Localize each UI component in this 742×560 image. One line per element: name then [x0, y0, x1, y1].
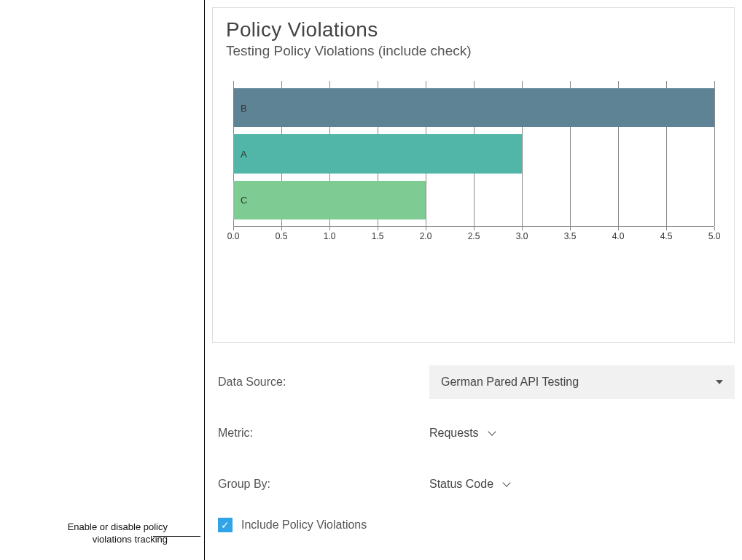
metric-select[interactable]: Requests — [429, 427, 495, 440]
xtick-mark — [618, 227, 619, 230]
controls-section: Data Source: German Pared API Testing Me… — [218, 365, 735, 532]
xtick-mark — [714, 227, 715, 230]
xtick-mark — [474, 227, 475, 230]
settings-panel: Policy Violations Testing Policy Violati… — [204, 0, 742, 560]
data-source-value: German Pared API Testing — [441, 376, 579, 389]
xtick-label: 4.5 — [660, 231, 673, 241]
xtick-mark — [378, 227, 378, 230]
group-by-select[interactable]: Status Code — [429, 478, 509, 491]
bar-row: A — [233, 134, 714, 173]
xtick-mark — [281, 227, 282, 230]
bar-category-label: B — [241, 102, 247, 113]
xtick-label: 5.0 — [708, 231, 721, 241]
chart-plot-area: BAC 0.00.51.01.52.02.53.03.54.04.55.0 — [233, 81, 714, 227]
bar-row: B — [233, 88, 714, 127]
gridline — [714, 81, 715, 226]
check-icon: ✓ — [221, 519, 230, 531]
xtick-label: 3.0 — [516, 231, 528, 241]
bar-category-label: A — [241, 148, 247, 159]
xtick-label: 1.0 — [324, 231, 336, 241]
chart-card: Policy Violations Testing Policy Violati… — [212, 7, 735, 343]
xtick-label: 0.0 — [227, 231, 240, 241]
xtick-mark — [329, 227, 330, 230]
xtick-label: 2.0 — [420, 231, 432, 241]
xtick-mark — [666, 227, 667, 230]
data-source-row: Data Source: German Pared API Testing — [218, 365, 735, 400]
xtick-mark — [426, 227, 426, 230]
bar-row: C — [233, 181, 714, 219]
bar[interactable] — [233, 134, 522, 173]
plot-inner: BAC — [233, 81, 714, 227]
xtick-label: 0.5 — [276, 231, 288, 241]
chevron-down-icon — [502, 478, 510, 486]
callout-line1: Enable or disable policy — [68, 521, 168, 532]
xtick-label: 2.5 — [468, 231, 480, 241]
caret-down-icon — [716, 380, 723, 384]
xtick-mark — [233, 227, 234, 230]
metric-row: Metric: Requests — [218, 416, 735, 451]
group-by-value: Status Code — [429, 478, 493, 491]
bar[interactable] — [233, 88, 714, 127]
include-policy-violations-row: ✓ Include Policy Violations — [218, 518, 735, 532]
bar[interactable] — [233, 181, 426, 219]
chart-title: Policy Violations — [226, 18, 721, 42]
xtick-label: 3.5 — [564, 231, 577, 241]
xtick-label: 1.5 — [372, 231, 384, 241]
callout-connector-line — [153, 536, 200, 537]
data-source-label: Data Source: — [218, 376, 429, 389]
xtick-mark — [522, 227, 523, 230]
group-by-row: Group By: Status Code — [218, 467, 735, 502]
group-by-label: Group By: — [218, 478, 429, 491]
include-policy-violations-label: Include Policy Violations — [241, 518, 367, 532]
metric-label: Metric: — [218, 427, 429, 440]
xtick-mark — [570, 227, 571, 230]
chart-subtitle: Testing Policy Violations (include check… — [226, 43, 721, 59]
bar-category-label: C — [241, 195, 247, 206]
xtick-label: 4.0 — [612, 231, 625, 241]
include-policy-violations-checkbox[interactable]: ✓ — [218, 518, 233, 532]
data-source-select[interactable]: German Pared API Testing — [429, 365, 735, 399]
callout-text: Enable or disable policy violations trac… — [0, 521, 168, 546]
metric-value: Requests — [429, 427, 479, 440]
chevron-down-icon — [488, 427, 496, 435]
